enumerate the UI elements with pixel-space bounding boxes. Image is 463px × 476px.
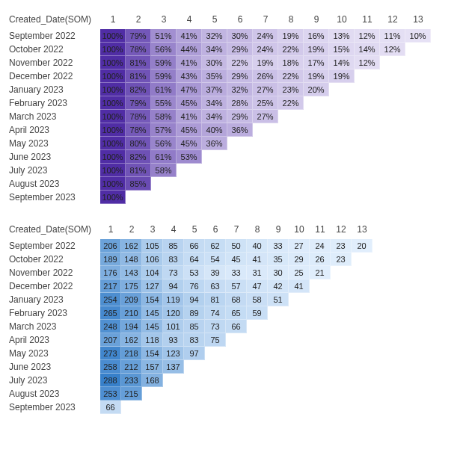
cell: 59: [247, 306, 268, 320]
empty-cell: [304, 137, 329, 150]
empty-cell: [227, 150, 253, 164]
cell: 75: [205, 333, 226, 347]
empty-cell: [355, 191, 380, 204]
cell: 14%: [329, 56, 355, 69]
cell: 66: [226, 320, 247, 333]
cell: 51%: [151, 29, 177, 43]
cell: 212: [121, 360, 142, 374]
table-row: October 2022100%78%56%44%34%29%24%22%19%…: [9, 43, 431, 56]
empty-cell: [329, 137, 355, 150]
cell: 168: [142, 374, 163, 387]
cell: 143: [121, 266, 142, 279]
col-header: 1: [100, 13, 126, 29]
empty-cell: [352, 279, 372, 293]
row-label: June 2023: [9, 150, 100, 164]
table-row: November 2022100%81%59%41%30%22%19%18%17…: [9, 56, 431, 69]
empty-cell: [310, 387, 331, 401]
empty-cell: [310, 279, 331, 293]
empty-cell: [202, 164, 227, 177]
empty-cell: [355, 137, 380, 150]
empty-cell: [329, 150, 355, 164]
cell: 189: [100, 253, 121, 266]
empty-cell: [310, 360, 331, 374]
empty-cell: [329, 110, 355, 123]
cell: 56%: [151, 43, 177, 56]
cell: 85: [163, 239, 184, 253]
cell: 81%: [126, 164, 151, 177]
empty-cell: [163, 401, 184, 414]
cell: 51: [268, 293, 289, 306]
cell: 154: [142, 347, 163, 360]
empty-cell: [405, 56, 431, 69]
empty-cell: [184, 387, 205, 401]
cell: 81%: [126, 69, 151, 83]
empty-cell: [304, 150, 329, 164]
empty-cell: [205, 360, 226, 374]
table-row: November 20221761431047353393331302521: [9, 266, 372, 279]
cell: 81: [205, 293, 226, 306]
cell: 100%: [100, 177, 126, 191]
cell: 22%: [278, 96, 304, 110]
cell: 14%: [355, 43, 380, 56]
empty-cell: [253, 164, 278, 177]
col-header: 4: [177, 13, 202, 29]
cell: 100%: [100, 69, 126, 83]
empty-cell: [142, 387, 163, 401]
empty-cell: [380, 123, 405, 137]
cell: 100%: [100, 137, 126, 150]
empty-cell: [184, 401, 205, 414]
row-label: September 2022: [9, 239, 100, 253]
cell: 175: [121, 279, 142, 293]
empty-cell: [405, 150, 431, 164]
cell: 16%: [304, 29, 329, 43]
empty-cell: [352, 306, 372, 320]
empty-cell: [310, 401, 331, 414]
empty-cell: [352, 387, 372, 401]
empty-cell: [121, 401, 142, 414]
cell: 30%: [202, 56, 227, 69]
empty-cell: [202, 191, 227, 204]
table-row: September 202366: [9, 401, 372, 414]
empty-cell: [253, 191, 278, 204]
cell: 81%: [126, 56, 151, 69]
cell: 100%: [100, 56, 126, 69]
empty-cell: [227, 191, 253, 204]
cell: 206: [100, 239, 121, 253]
empty-cell: [355, 164, 380, 177]
row-label: October 2022: [9, 43, 100, 56]
cell: 24%: [253, 43, 278, 56]
table-row: April 2023100%78%57%45%40%36%: [9, 123, 431, 137]
empty-cell: [247, 387, 268, 401]
table-row: January 20232542091541199481685851: [9, 293, 372, 306]
empty-cell: [226, 333, 247, 347]
cell: 94: [184, 293, 205, 306]
cell: 23: [331, 239, 352, 253]
cell: 33: [268, 239, 289, 253]
col-header: 11: [355, 13, 380, 29]
empty-cell: [331, 401, 352, 414]
cell: 61%: [151, 83, 177, 96]
cell: 207: [100, 333, 121, 347]
row-label: December 2022: [9, 279, 100, 293]
empty-cell: [329, 123, 355, 137]
empty-cell: [304, 191, 329, 204]
col-header: 7: [253, 13, 278, 29]
empty-cell: [247, 374, 268, 387]
empty-cell: [142, 401, 163, 414]
empty-cell: [380, 137, 405, 150]
empty-cell: [253, 177, 278, 191]
empty-cell: [352, 320, 372, 333]
cell: 85%: [126, 177, 151, 191]
cell: 29%: [227, 110, 253, 123]
cell: 78%: [126, 43, 151, 56]
cell: 100%: [100, 29, 126, 43]
cell: 63: [205, 279, 226, 293]
cell: 210: [121, 306, 142, 320]
col-header: 7: [226, 223, 247, 239]
cohort-table: Created_Date(SOM)12345678910111213Septem…: [9, 13, 431, 204]
empty-cell: [380, 191, 405, 204]
table-row: September 2023100%: [9, 191, 431, 204]
cell: 94: [163, 279, 184, 293]
cell: 43%: [177, 69, 202, 83]
cell: 258: [100, 360, 121, 374]
